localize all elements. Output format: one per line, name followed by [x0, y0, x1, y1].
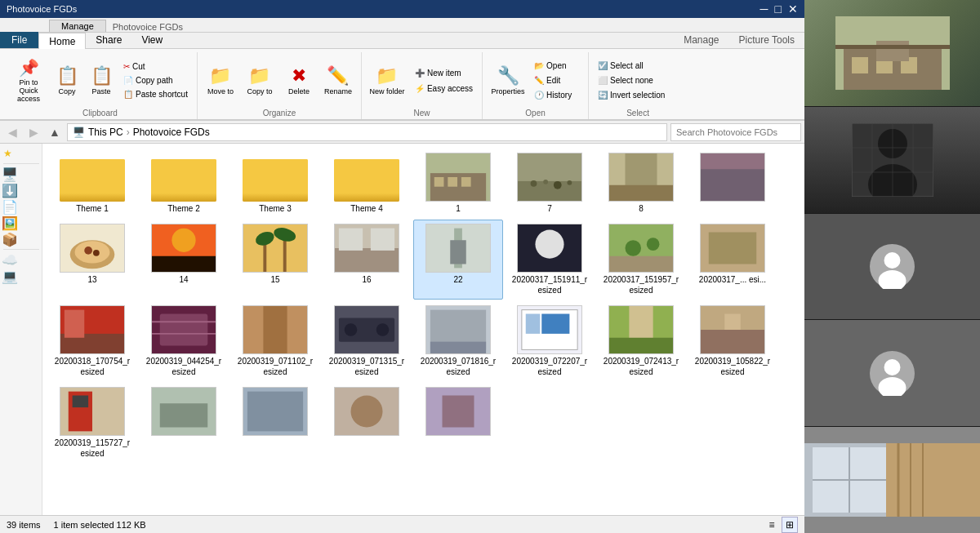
- maximize-btn[interactable]: □: [775, 3, 782, 15]
- file-item-7[interactable]: [688, 149, 777, 218]
- file-item-4[interactable]: 1: [413, 149, 503, 218]
- easy-access-btn[interactable]: ⚡Easy access: [411, 82, 477, 95]
- file-item-0[interactable]: Theme 1: [47, 149, 137, 218]
- paste-shortcut-btn[interactable]: 📋 Paste shortcut: [119, 88, 192, 100]
- copy-to-btn[interactable]: 📁 Copy to: [242, 56, 278, 106]
- file-item-15[interactable]: 20200317_... esi...: [688, 220, 777, 300]
- copy-path-btn[interactable]: 📄 Copy path: [119, 74, 192, 87]
- open-btn[interactable]: 📂Open: [530, 60, 576, 72]
- svg-rect-87: [835, 45, 950, 49]
- sidebar-item-documents[interactable]: 📄: [0, 198, 41, 215]
- file-item-1[interactable]: Theme 2: [139, 149, 229, 218]
- file-item-12[interactable]: 22: [413, 220, 503, 300]
- new-folder-btn[interactable]: 📁 New folder: [367, 56, 408, 106]
- file-item-3[interactable]: Theme 4: [322, 149, 412, 218]
- select-none-btn[interactable]: ⬜Select none: [594, 74, 682, 87]
- file-item-28[interactable]: [413, 383, 503, 463]
- file-item-10[interactable]: 15: [230, 220, 320, 300]
- file-item-6[interactable]: 8: [596, 149, 686, 218]
- folder-icon: [151, 153, 216, 202]
- move-to-btn[interactable]: 📁 Move to: [203, 56, 238, 106]
- file-item-20[interactable]: 20200319_071816_r esized: [413, 301, 503, 381]
- file-name: 20200319_072413_r esized: [600, 356, 682, 377]
- file-item-21[interactable]: 20200319_072207_r esized: [505, 301, 595, 381]
- file-thumbnail: [608, 305, 674, 354]
- video-slot-1[interactable]: [804, 0, 980, 106]
- file-thumbnail: [425, 305, 491, 354]
- file-item-25[interactable]: [139, 383, 229, 463]
- delete-btn[interactable]: ✖ Delete: [281, 56, 317, 106]
- new-group: 📁 New folder ➕New item ⚡Easy access New: [362, 52, 483, 119]
- video-slot-4[interactable]: [804, 320, 980, 426]
- file-item-17[interactable]: 20200319_044254_r esized: [139, 301, 229, 381]
- file-item-14[interactable]: 20200317_151957_r esized: [596, 220, 686, 300]
- file-name: 20200319_115727_r esized: [51, 438, 133, 459]
- cut-btn[interactable]: ✂ Cut: [119, 60, 192, 73]
- file-item-22[interactable]: 20200319_072413_r esized: [596, 301, 686, 381]
- copy-btn[interactable]: 📋 Copy: [51, 56, 83, 106]
- file-item-26[interactable]: [230, 383, 320, 463]
- tab-manage[interactable]: Manage: [674, 32, 728, 48]
- up-btn[interactable]: ▲: [46, 123, 64, 141]
- pin-to-quick-access-btn[interactable]: 📌 Pin to Quick access: [8, 56, 49, 106]
- minimize-btn[interactable]: ─: [760, 3, 768, 15]
- paste-btn[interactable]: 📋 Paste: [85, 56, 118, 106]
- grid-view-btn[interactable]: ⊞: [782, 517, 798, 533]
- close-btn[interactable]: ✕: [788, 3, 798, 15]
- forward-btn[interactable]: ▶: [24, 123, 42, 141]
- svg-point-19: [84, 247, 92, 255]
- select-group-label: Select: [594, 109, 682, 119]
- search-input[interactable]: [670, 123, 801, 141]
- sidebar-item-thispc[interactable]: 💻: [0, 268, 41, 284]
- sidebar-divider-1: [3, 163, 39, 164]
- svg-point-18: [75, 241, 110, 263]
- edit-btn[interactable]: ✏️Edit: [530, 74, 576, 87]
- video-slot-3[interactable]: [804, 214, 980, 320]
- file-thumbnail: [517, 224, 582, 273]
- sidebar-item-pictures[interactable]: 🖼️: [0, 215, 41, 231]
- sidebar-item-desktop[interactable]: 🖥️: [0, 166, 41, 182]
- file-item-19[interactable]: 20200319_071315_r esized: [322, 301, 412, 381]
- tab-view[interactable]: View: [131, 32, 172, 48]
- sidebar-nav: ★ 🖥️ ⬇️ 📄 🖼️ 📦 ☁️ 💻: [0, 144, 42, 515]
- file-item-8[interactable]: 13: [47, 220, 137, 300]
- video-slot-5[interactable]: [804, 427, 980, 533]
- file-item-27[interactable]: [322, 383, 412, 463]
- svg-rect-74: [160, 403, 208, 427]
- file-thumbnail: [700, 153, 765, 202]
- video-slot-2[interactable]: [804, 107, 980, 213]
- properties-btn[interactable]: 🔧 Properties: [488, 56, 528, 106]
- file-name: Theme 3: [259, 203, 291, 214]
- file-item-23[interactable]: 20200319_105822_r esized: [688, 301, 777, 381]
- file-item-24[interactable]: 20200319_115727_r esized: [47, 383, 137, 463]
- back-btn[interactable]: ◀: [3, 123, 21, 141]
- file-item-9[interactable]: 14: [139, 220, 229, 300]
- title-bar-text: Photovoice FGDs: [7, 4, 77, 14]
- file-name: 20200319_071315_r esized: [326, 356, 408, 377]
- select-all-btn[interactable]: ☑️Select all: [594, 60, 682, 72]
- sidebar-item-downloads[interactable]: ⬇️: [0, 182, 41, 198]
- svg-rect-83: [852, 57, 868, 73]
- tab-share[interactable]: Share: [86, 32, 131, 48]
- tab-file[interactable]: File: [0, 32, 38, 48]
- new-item-btn[interactable]: ➕New item: [411, 67, 477, 79]
- file-item-16[interactable]: 20200318_170754_r esized: [47, 301, 137, 381]
- address-path-box[interactable]: 🖥️ This PC › Photovoice FGDs: [67, 123, 667, 141]
- file-item-18[interactable]: 20200319_071102_r esized: [230, 301, 320, 381]
- sidebar-item-dropbox[interactable]: 📦: [0, 231, 41, 247]
- svg-rect-76: [247, 392, 303, 432]
- invert-selection-btn[interactable]: 🔄Invert selection: [594, 89, 682, 101]
- sidebar-item-onedrive[interactable]: ☁️: [0, 251, 41, 268]
- tab-picture-tools[interactable]: Picture Tools: [729, 32, 804, 48]
- sidebar-item-quick-access[interactable]: ★: [0, 145, 41, 162]
- file-item-11[interactable]: 16: [322, 220, 412, 300]
- history-btn[interactable]: 🕐History: [530, 89, 576, 101]
- open-group: 🔧 Properties 📂Open ✏️Edit 🕐History Open: [483, 52, 589, 119]
- rename-btn[interactable]: ✏️ Rename: [320, 56, 356, 106]
- file-item-13[interactable]: 20200317_151911_r esized: [505, 220, 595, 300]
- svg-rect-4: [461, 177, 471, 187]
- list-view-btn[interactable]: ≡: [764, 517, 780, 533]
- file-item-5[interactable]: 7: [505, 149, 595, 218]
- tab-home[interactable]: Home: [38, 33, 86, 49]
- file-item-2[interactable]: Theme 3: [230, 149, 320, 218]
